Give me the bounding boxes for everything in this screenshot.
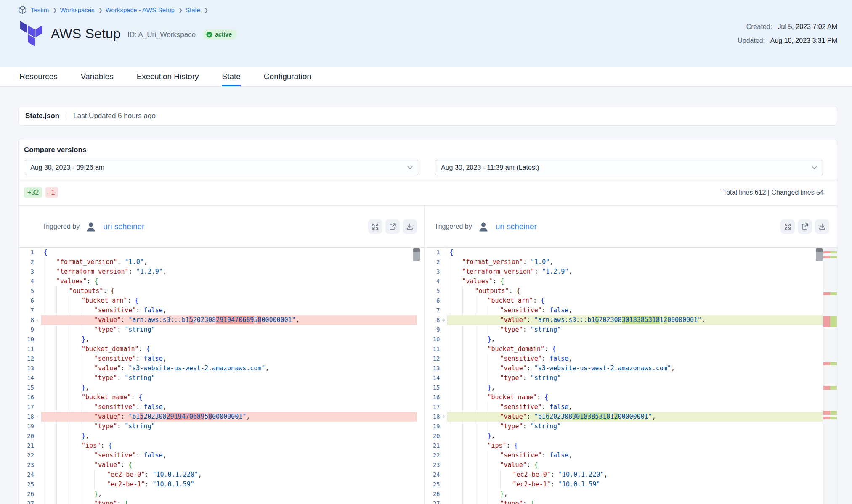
indent-guide (450, 431, 462, 441)
code-token: "bucket_arn" (488, 297, 533, 304)
indent-guide (44, 499, 56, 504)
code-token: { (544, 393, 548, 401)
code-token: , (85, 384, 89, 391)
compare-versions-card: Compare versions Aug 30, 2023 - 09:26 am… (18, 139, 837, 504)
indent-guide (475, 499, 488, 504)
external-link-icon (389, 223, 396, 230)
tab-execution-history[interactable]: Execution History (137, 67, 199, 86)
indent-guide (44, 451, 56, 460)
code-token: 00000001" (618, 413, 652, 420)
tab-state[interactable]: State (222, 67, 240, 86)
line-number: 6 (19, 296, 41, 306)
code-line: 21"ips": { (425, 441, 823, 451)
indent-guide (450, 460, 462, 470)
line-number: 5 (19, 286, 41, 296)
breadcrumb-testim[interactable]: Testim (31, 6, 57, 13)
chevron-down-icon (812, 166, 817, 169)
line-number: 9 (425, 325, 447, 335)
code-token: "value" (94, 364, 121, 372)
code-token: false (549, 355, 568, 362)
code-token: "b1 (128, 413, 140, 420)
indent-guide (488, 460, 500, 470)
version-select-left[interactable]: Aug 30, 2023 - 09:26 am (24, 160, 419, 175)
code-token: "sensitive" (500, 403, 542, 411)
diff-marker (34, 441, 41, 451)
code-token: "type" (94, 500, 117, 504)
code-token: 5 (204, 413, 208, 420)
diff-marker: - (34, 315, 41, 325)
breadcrumb-state[interactable]: State (186, 6, 208, 13)
download-button[interactable] (815, 219, 829, 234)
code-line: 15}, (19, 383, 417, 393)
version-select-right[interactable]: Aug 30, 2023 - 11:39 am (Latest) (435, 160, 823, 175)
state-file-name: State.json (25, 112, 59, 120)
line-number: 2 (425, 257, 447, 267)
code-token: { (108, 442, 112, 449)
triggered-by-user-link[interactable]: uri scheiner (103, 222, 144, 231)
tab-variables[interactable]: Variables (81, 67, 114, 86)
diff-panels: Triggered by uri scheiner (19, 206, 837, 504)
indent-guide (450, 489, 462, 499)
diff-marker (34, 422, 41, 431)
triggered-by-user-link[interactable]: uri scheiner (496, 222, 537, 231)
code-token: "values" (56, 277, 87, 285)
indent-guide (462, 373, 475, 383)
indent-guide (488, 315, 500, 325)
panel-actions (368, 219, 417, 234)
code-token: { (514, 442, 518, 449)
code-token: : (136, 306, 143, 314)
code-token: "type" (500, 374, 523, 382)
user-avatar-icon (478, 221, 489, 232)
tab-configuration[interactable]: Configuration (264, 67, 311, 86)
page-title: AWS Setup (51, 26, 121, 42)
code-token: : (527, 364, 534, 372)
expand-button[interactable] (780, 219, 795, 234)
indent-guide (44, 480, 56, 489)
indent-guide (69, 402, 82, 412)
state-file-last-updated: Last Updated 6 hours ago (73, 112, 156, 120)
indent-guide (450, 296, 462, 306)
line-number: 18+ (425, 412, 447, 422)
indent-guide (94, 470, 107, 480)
expand-button[interactable] (368, 219, 382, 234)
indent-guide (69, 296, 82, 306)
line-number: 12 (19, 354, 41, 364)
code-token: "10.0.1.220" (152, 471, 198, 478)
indent-guide (44, 306, 56, 315)
indent-guide (450, 315, 462, 325)
indent-guide (44, 335, 56, 344)
line-number: 17 (19, 402, 41, 412)
indent-guide (82, 373, 94, 383)
code-token: : (127, 297, 135, 304)
scrollbar-thumb[interactable] (413, 248, 420, 261)
diff-overview-ruler[interactable] (823, 248, 837, 504)
code-token: , (504, 490, 508, 498)
code-token: : (117, 500, 125, 504)
indent-guide (450, 470, 462, 480)
indent-guide (475, 431, 488, 441)
indent-guide (475, 306, 488, 315)
code-token: { (111, 287, 114, 295)
code-token: : (551, 480, 558, 488)
download-icon (406, 223, 414, 230)
code-line: 23"value": { (425, 460, 823, 470)
open-in-new-button[interactable] (385, 219, 400, 234)
diff-marker (440, 489, 447, 499)
tab-resources[interactable]: Resources (19, 67, 58, 86)
indent-guide (475, 315, 488, 325)
code-token: "1.0" (125, 258, 144, 266)
scrollbar-thumb[interactable] (816, 248, 823, 261)
line-number: 17 (425, 402, 447, 412)
indent-guide (82, 325, 94, 335)
diff-marker (440, 296, 447, 306)
indent-guide (56, 412, 69, 422)
indent-guide (450, 277, 462, 286)
breadcrumb-workspace-aws-setup[interactable]: Workspace - AWS Setup (106, 6, 183, 13)
breadcrumb-workspaces[interactable]: Workspaces (60, 6, 102, 13)
download-button[interactable] (403, 219, 417, 234)
line-number: 26 (19, 489, 41, 499)
diff-marker (34, 335, 41, 344)
expand-icon (784, 223, 791, 230)
open-in-new-button[interactable] (798, 219, 812, 234)
code-token: { (534, 461, 538, 469)
